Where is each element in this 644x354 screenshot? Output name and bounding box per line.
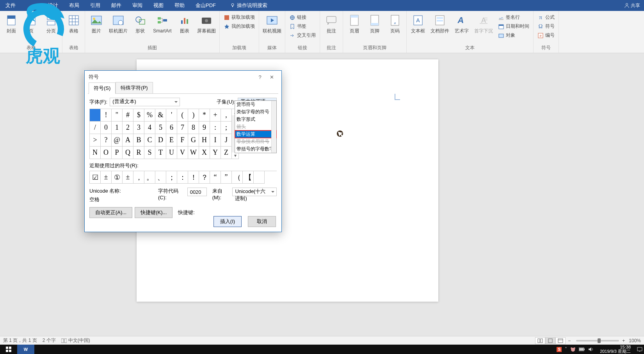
char-cell[interactable]: 6 xyxy=(166,122,177,134)
menu-view[interactable]: 视图 xyxy=(148,0,169,11)
equation-button[interactable]: π公式 xyxy=(535,13,557,21)
char-cell[interactable]: 1 xyxy=(112,122,123,134)
scroll-down-icon[interactable]: ▾ xyxy=(232,152,238,159)
char-cell[interactable]: 5 xyxy=(155,122,166,134)
char-cell[interactable]: N xyxy=(90,147,101,159)
char-cell[interactable]: : xyxy=(210,122,221,134)
recent-char-cell[interactable]: ！ xyxy=(188,171,199,184)
char-cell[interactable]: " xyxy=(112,109,123,122)
recent-char-cell[interactable]: 、 xyxy=(155,171,166,184)
tray-up-icon[interactable]: ˄ xyxy=(565,347,567,352)
online-picture-button[interactable]: 联机图片 xyxy=(107,13,130,34)
char-cell[interactable]: R xyxy=(133,147,144,159)
dialog-titlebar[interactable]: 符号 ? ✕ xyxy=(85,71,281,83)
dialog-close-button[interactable]: ✕ xyxy=(266,74,278,80)
char-cell[interactable]: % xyxy=(144,109,155,122)
char-cell[interactable]: 3 xyxy=(133,122,144,134)
dropdown-scrollbar[interactable] xyxy=(271,101,276,153)
hyperlink-button[interactable]: 链接 xyxy=(287,13,318,21)
char-cell[interactable]: G xyxy=(188,134,199,147)
char-cell[interactable]: + xyxy=(210,109,221,122)
font-select[interactable]: (普通文本) xyxy=(110,98,180,106)
smartart-button[interactable]: SmartArt xyxy=(151,13,174,34)
recent-char-cell[interactable]: 【 xyxy=(243,171,254,184)
menu-design[interactable]: 设计 xyxy=(43,0,64,11)
pagenum-button[interactable]: #页码 xyxy=(385,13,405,34)
get-addins-button[interactable]: 获取加载项 xyxy=(221,13,257,21)
char-cell[interactable]: C xyxy=(144,134,155,147)
dialog-help-button[interactable]: ? xyxy=(254,74,266,80)
tray-sogou-icon[interactable]: S xyxy=(557,347,562,352)
view-print-layout[interactable] xyxy=(545,337,555,344)
char-cell[interactable]: > xyxy=(90,134,101,147)
subset-option[interactable]: 带括号的字母数字 xyxy=(235,145,276,153)
recent-char-cell[interactable]: “ xyxy=(210,171,221,184)
page-break-button[interactable]: 分页 xyxy=(41,13,60,34)
char-cell[interactable]: P xyxy=(112,147,123,159)
subset-option[interactable]: 零杂技术用符号 xyxy=(235,138,276,145)
zoom-out-button[interactable]: − xyxy=(568,338,571,343)
menu-review[interactable]: 审阅 xyxy=(127,0,148,11)
char-cell[interactable]: @ xyxy=(112,134,123,147)
recent-char-cell[interactable]: 。 xyxy=(144,171,155,184)
char-grid[interactable]: !"#$%&'()*+,/0123456789:;>?@ABCDEFGHIJNO… xyxy=(89,109,232,159)
recent-char-cell[interactable]: ☑ xyxy=(90,171,101,184)
shortcutkey-button[interactable]: 快捷键(K)... xyxy=(135,207,173,218)
char-cell[interactable] xyxy=(90,109,101,122)
menu-reference[interactable]: 引用 xyxy=(85,0,106,11)
char-cell[interactable]: 0 xyxy=(101,122,112,134)
recent-char-cell[interactable]: ± xyxy=(101,171,112,184)
menu-layout[interactable]: 布局 xyxy=(64,0,85,11)
comment-button[interactable]: 批注 xyxy=(322,13,341,34)
taskbar-word[interactable]: W xyxy=(17,345,34,354)
subset-option[interactable]: 箭头 xyxy=(235,123,276,131)
chart-button[interactable]: 图表 xyxy=(175,13,194,34)
recent-char-cell[interactable]: ； xyxy=(166,171,177,184)
char-cell[interactable]: J xyxy=(221,134,232,147)
tray-notifications-icon[interactable] xyxy=(637,347,642,352)
menu-file[interactable]: 文件 xyxy=(0,0,21,11)
char-cell[interactable]: , xyxy=(221,109,232,122)
shapes-button[interactable]: 形状 xyxy=(130,13,150,34)
tell-me-search[interactable]: 操作说明搜索 xyxy=(224,0,273,11)
symbol-button[interactable]: Ω符号 xyxy=(535,22,557,30)
tray-bear-icon[interactable] xyxy=(570,347,576,352)
char-cell[interactable]: ' xyxy=(166,109,177,122)
char-cell[interactable]: ? xyxy=(101,134,112,147)
zoom-slider[interactable] xyxy=(576,340,619,341)
char-cell[interactable]: D xyxy=(155,134,166,147)
char-cell[interactable]: I xyxy=(210,134,221,147)
textbox-button[interactable]: A文本框 xyxy=(408,13,428,34)
recent-symbols[interactable]: ☑±①±，。、；：！？“”（【 xyxy=(89,171,277,184)
char-cell[interactable]: Y xyxy=(210,147,221,159)
dropcap-button[interactable]: A首字下沉 xyxy=(472,13,495,34)
char-cell[interactable]: O xyxy=(101,147,112,159)
table-button[interactable]: 表格 xyxy=(64,13,83,34)
menu-help[interactable]: 帮助 xyxy=(169,0,190,11)
share-button[interactable]: 共享 xyxy=(624,2,640,9)
recent-char-cell[interactable]: ± xyxy=(123,171,133,184)
tab-special-chars[interactable]: 特殊字符(P) xyxy=(116,82,153,94)
char-cell[interactable]: W xyxy=(188,147,199,159)
char-cell[interactable]: Q xyxy=(123,147,133,159)
object-button[interactable]: 对象 xyxy=(496,31,532,39)
start-button[interactable] xyxy=(0,345,17,354)
char-cell[interactable]: ) xyxy=(188,109,199,122)
menu-insert-hidden[interactable] xyxy=(21,0,43,11)
insert-button[interactable]: 插入(I) xyxy=(213,216,242,227)
sigline-button[interactable]: 签名行 xyxy=(496,13,532,21)
char-cell[interactable]: / xyxy=(90,122,101,134)
char-cell[interactable]: X xyxy=(199,147,210,159)
taskbar-clock[interactable]: 15:38 2019/9/3 星期二 xyxy=(597,345,634,354)
char-cell[interactable]: U xyxy=(166,147,177,159)
char-cell[interactable]: E xyxy=(166,134,177,147)
char-cell[interactable]: 4 xyxy=(144,122,155,134)
char-cell[interactable]: # xyxy=(123,109,133,122)
char-cell[interactable]: 8 xyxy=(188,122,199,134)
status-page[interactable]: 第 1 页，共 1 页 xyxy=(3,337,37,344)
status-lang[interactable]: 中文(中国) xyxy=(61,337,90,344)
recent-char-cell[interactable]: ” xyxy=(221,171,232,184)
number-button[interactable]: #编号 xyxy=(535,31,557,39)
recent-char-cell[interactable]: ， xyxy=(133,171,144,184)
crossref-button[interactable]: 交叉引用 xyxy=(287,31,318,39)
